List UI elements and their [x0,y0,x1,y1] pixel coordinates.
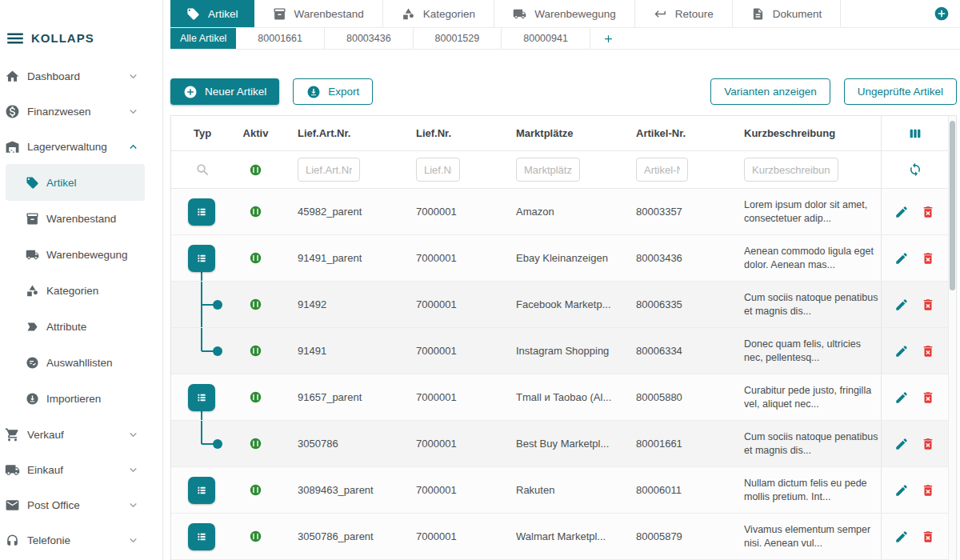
export-button[interactable]: Export [293,78,373,105]
box-icon [26,212,39,226]
refresh-icon[interactable] [908,162,922,177]
delete-icon[interactable] [921,205,935,219]
tab-warenbewegung[interactable]: Warenbewegung [494,0,635,27]
article-type-button[interactable] [188,198,215,226]
edit-icon[interactable] [894,298,909,312]
table-row: 91491_parent 7000001 Ebay Kleinanzeigen … [171,235,956,282]
subtab-80001661[interactable]: 80001661 [236,28,325,49]
edit-icon[interactable] [894,390,909,405]
sidebar-item-verkauf[interactable]: Verkauf [0,417,162,452]
sidebar-item-artikel[interactable]: Artikel [6,164,145,201]
new-article-button[interactable]: Neuer Artikel [170,78,279,105]
sidebar-item-finanzwesen[interactable]: Finanzwesen [0,94,162,129]
sidebar-item-telefonie[interactable]: Telefonie [0,522,162,558]
unchecked-articles-button[interactable]: Ungeprüfte Artikel [844,78,957,105]
sidebar-item-label: Verkauf [27,429,64,441]
chevron-down-icon [126,534,140,547]
delete-icon[interactable] [921,530,935,544]
edit-icon[interactable] [894,530,909,544]
active-status-cell [234,251,278,265]
subtab-80003436[interactable]: 80003436 [325,28,414,49]
show-variants-label: Varianten anzeigen [724,86,816,98]
edit-icon[interactable] [894,251,909,266]
subtab-80000941[interactable]: 80000941 [502,28,590,49]
scrollbar-thumb[interactable] [950,121,955,290]
article-type-button[interactable] [188,477,215,504]
filter-marktplaetze-input[interactable] [516,158,580,182]
edit-icon[interactable] [894,483,909,498]
active-toggle-icon[interactable] [249,298,262,311]
add-article-tab-icon[interactable] [590,28,626,49]
active-toggle-icon[interactable] [249,205,262,218]
tab-label: Retoure [675,8,714,20]
subtab-alle-artikel[interactable]: Alle Artikel [170,28,236,49]
columns-icon[interactable] [908,126,922,141]
return-icon [654,7,667,21]
edit-icon[interactable] [894,344,909,358]
marktplatz-cell: Ebay Kleinanzeigen [496,252,616,264]
show-variants-button[interactable]: Varianten anzeigen [710,78,830,105]
filter-lief-nr-input[interactable] [416,158,460,182]
sidebar-item-attribute[interactable]: Attribute [6,309,145,345]
tree-line [201,421,202,444]
edit-icon[interactable] [894,437,909,451]
tab-kategorien[interactable]: Kategorien [383,0,494,27]
subtab-80001529[interactable]: 80001529 [414,28,502,49]
delete-icon[interactable] [921,390,935,405]
edit-icon[interactable] [894,205,909,219]
cart-icon [5,427,20,442]
active-status-cell [234,437,278,450]
secondary-tabbar: Alle Artikel8000166180003436800015298000… [170,28,960,50]
chevron-down-icon [126,70,140,83]
search-icon [171,162,234,178]
sidebar-item-kategorien[interactable]: Kategorien [6,273,145,309]
active-toggle-icon[interactable] [249,530,262,543]
sidebar-item-lagerverwaltung[interactable]: Lagerverwaltung [0,129,162,164]
delete-icon[interactable] [921,437,935,451]
table-row: 91491 7000001 Instagram Shopping 8000633… [171,328,956,374]
filter-kurzbeschreibung-input[interactable] [744,158,838,182]
delete-icon[interactable] [921,344,935,358]
active-toggle-icon[interactable] [249,483,262,497]
filter-lief-art-nr-input[interactable] [298,158,360,182]
lief-nr-cell: 7000001 [396,391,496,403]
tab-artikel[interactable]: Artikel [170,0,254,27]
sidebar-item-dashboard[interactable]: Dashboard [0,58,162,94]
delete-icon[interactable] [921,483,935,498]
tab-warenbestand[interactable]: Warenbestand [254,0,383,27]
tree-line [201,411,202,420]
active-toggle-icon[interactable] [249,437,262,450]
sidebar-item-auswahllisten[interactable]: Auswahllisten [6,345,145,381]
sidebar-item-warenbestand[interactable]: Warenbestand [6,201,145,237]
row-actions-cell [881,374,956,420]
delete-icon[interactable] [921,251,935,266]
subtab-label: Alle Artikel [180,33,226,44]
sidebar-item-importieren[interactable]: Importieren [6,381,145,417]
active-toggle-icon[interactable] [249,344,262,358]
sidebar-header: KOLLAPS [0,0,162,58]
sidebar-item-warenbewegung[interactable]: Warenbewegung [6,237,145,273]
tab-dokument[interactable]: Dokument [733,0,842,27]
filter-artikel-nr-input[interactable] [636,158,688,182]
kurzbeschreibung-cell: Cum sociis natoque penatibus et magnis d… [744,430,881,458]
menu-icon[interactable] [5,28,26,49]
tab-retoure[interactable]: Retoure [635,0,733,27]
sidebar-item-einkauf[interactable]: Einkauf [0,452,162,487]
article-type-button[interactable] [188,245,215,272]
active-filter-toggle[interactable] [234,163,278,177]
active-toggle-icon[interactable] [249,390,262,404]
add-tab-icon[interactable] [934,6,950,22]
marktplatz-cell: Rakuten [496,484,616,496]
marktplatz-cell: Amazon [496,206,616,218]
sidebar-item-label: Importieren [46,393,101,405]
tab-label: Artikel [208,8,238,20]
sidebar-item-post-office[interactable]: Post Office [0,487,162,522]
type-cell [171,374,234,420]
article-type-button[interactable] [188,384,215,411]
tree-line [201,272,202,281]
active-toggle-icon[interactable] [249,251,262,265]
row-actions-cell [881,467,956,513]
artikel-nr-cell: 80006011 [616,484,724,496]
delete-icon[interactable] [921,298,935,312]
article-type-button[interactable] [188,523,215,550]
